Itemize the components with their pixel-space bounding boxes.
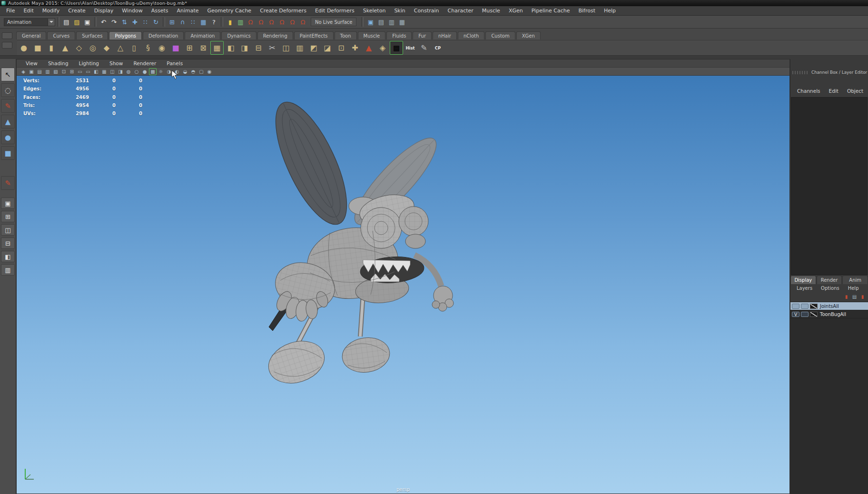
select-camera-icon[interactable]: ◈: [20, 68, 27, 75]
layer-display-type-box[interactable]: [801, 304, 809, 309]
snap-to-view-planes-icon[interactable]: ▦: [198, 17, 208, 27]
two-pane-stacked-layout-icon[interactable]: ⊟: [1, 237, 15, 249]
snap-magnet-curve-icon[interactable]: Ω: [256, 17, 266, 27]
field-chart-icon[interactable]: ▦: [100, 68, 108, 75]
menubar-item[interactable]: Bifrost: [574, 6, 600, 15]
two-pane-side-layout-icon[interactable]: ◫: [1, 224, 15, 236]
menubar-item[interactable]: Create: [64, 6, 90, 15]
four-pane-layout-icon[interactable]: ⊞: [1, 211, 15, 222]
uv-checker-icon[interactable]: ▩: [390, 41, 403, 55]
undo-icon[interactable]: ↶: [99, 17, 108, 27]
snap-to-curves-icon[interactable]: ∩: [178, 17, 187, 27]
wireframe-mode-icon[interactable]: ○: [133, 68, 140, 75]
fill-mode-icon[interactable]: ◍: [125, 68, 132, 75]
rotate-tool-icon[interactable]: ●: [1, 130, 15, 144]
gate-mask-icon[interactable]: ◧: [92, 68, 100, 75]
channel-box-menu-item[interactable]: Edit: [825, 88, 842, 94]
menubar-item[interactable]: Pipeline Cache: [527, 6, 574, 15]
poly-pipe-icon[interactable]: ▯: [128, 41, 141, 55]
panel-menu-item[interactable]: View: [20, 59, 43, 67]
menubar-item[interactable]: Skin: [390, 6, 409, 15]
safe-title-icon[interactable]: ◨: [117, 68, 124, 75]
isolate-select-icon[interactable]: ▢: [197, 68, 205, 75]
shaded-mode-icon[interactable]: ●: [141, 68, 148, 75]
poly-soccer-ball-icon[interactable]: ◉: [155, 41, 168, 55]
exposure-icon[interactable]: ◉: [206, 68, 213, 75]
shelf-tab-menu-icon[interactable]: [2, 32, 12, 39]
menubar-item[interactable]: Display: [90, 6, 118, 15]
layer-display-type-box[interactable]: [801, 312, 809, 317]
insert-edge-loop-icon[interactable]: ◫: [279, 41, 293, 55]
last-tool-paint-icon[interactable]: ✎: [1, 176, 15, 190]
poly-torus-icon[interactable]: ◎: [86, 41, 99, 55]
layer-visibility-checkbox[interactable]: [792, 304, 799, 309]
shelf-tab-muscle[interactable]: Muscle: [358, 31, 386, 40]
toon-bug-model[interactable]: [257, 96, 467, 405]
menubar-item[interactable]: Edit Deformers: [311, 6, 359, 15]
offset-edge-loop-icon[interactable]: ▥: [293, 41, 306, 55]
create-layer-from-selected-icon[interactable]: ▮: [859, 293, 866, 300]
menubar-item[interactable]: Create Deformers: [256, 6, 311, 15]
menu-set-chevron-down-icon[interactable]: [48, 18, 55, 26]
highlight-selection-mode-icon[interactable]: ↻: [151, 17, 161, 27]
shelf-tab-xgen[interactable]: XGen: [516, 31, 541, 40]
poly-cone-icon[interactable]: ▲: [59, 41, 72, 55]
hypergraph-persp-layout-icon[interactable]: ▥: [1, 264, 15, 276]
combine-icon[interactable]: ⊞: [183, 41, 196, 55]
shelf-tab-toon[interactable]: Toon: [335, 31, 357, 40]
extrude-icon[interactable]: ◧: [224, 41, 237, 55]
layer-row-toonbugall[interactable]: V ToonBugAll: [790, 310, 868, 318]
snap-magnet-point-icon[interactable]: Ω: [266, 17, 276, 27]
lock-camera-icon[interactable]: ▣: [28, 68, 35, 75]
shelf-tab-painteffects[interactable]: PaintEffects: [294, 31, 334, 40]
film-gate-icon[interactable]: ▭: [76, 68, 84, 75]
shelf-options-menu-icon[interactable]: [2, 42, 12, 49]
xray-icon[interactable]: ◓: [189, 68, 197, 75]
select-by-hierarchy-icon[interactable]: ⇅: [119, 17, 129, 27]
menubar-item[interactable]: Character: [444, 6, 478, 15]
panel-drag-handle-icon[interactable]: [792, 71, 809, 74]
layer-editor-menu-item[interactable]: Layers: [792, 286, 817, 291]
layer-editor-menu-item[interactable]: Help: [844, 286, 863, 291]
smooth-icon[interactable]: ▦: [210, 41, 224, 55]
open-scene-icon[interactable]: ▨: [72, 17, 82, 27]
menubar-item[interactable]: Help: [600, 6, 620, 15]
make-symmetric-icon[interactable]: ◈: [376, 41, 389, 55]
mirror-geometry-icon[interactable]: ◪: [321, 41, 334, 55]
snap-to-grids-icon[interactable]: ⊞: [167, 17, 177, 27]
menubar-item[interactable]: Constrain: [410, 6, 444, 15]
new-scene-icon[interactable]: ▤: [61, 17, 71, 27]
layer-tab-display[interactable]: Display: [790, 276, 816, 284]
poly-sphere-icon[interactable]: ●: [17, 41, 30, 55]
menubar-item[interactable]: Muscle: [478, 6, 504, 15]
sculpt-tool-icon[interactable]: ■: [169, 41, 182, 55]
poly-plane-icon[interactable]: ◇: [72, 41, 86, 55]
redo-icon[interactable]: ↷: [109, 17, 119, 27]
shelf-tab-polygons[interactable]: Polygons: [109, 31, 142, 40]
poly-cylinder-icon[interactable]: ▮: [45, 41, 58, 55]
snap-to-points-icon[interactable]: ∷: [188, 17, 198, 27]
safe-action-icon[interactable]: ◫: [108, 68, 116, 75]
panel-menu-item[interactable]: Panels: [161, 59, 188, 67]
motion-blur-icon[interactable]: ◒: [181, 68, 189, 75]
separate-icon[interactable]: ⊠: [197, 41, 210, 55]
image-plane-icon[interactable]: ▧: [52, 68, 59, 75]
layer-color-swatch[interactable]: [810, 312, 818, 317]
help-line-icon[interactable]: ?: [209, 17, 219, 27]
construction-history-icon[interactable]: Hist: [404, 41, 417, 55]
menubar-item[interactable]: Modify: [38, 6, 64, 15]
menubar-item[interactable]: XGen: [504, 6, 527, 15]
cp-icon[interactable]: CP: [431, 41, 444, 55]
render-settings-icon[interactable]: ▦: [397, 17, 407, 27]
render-current-frame-icon[interactable]: ▤: [376, 17, 386, 27]
layer-color-swatch[interactable]: [810, 304, 818, 309]
shelf-tab-fur[interactable]: Fur: [413, 31, 432, 40]
merge-vertices-icon[interactable]: ⊡: [335, 41, 348, 55]
lock-selection-icon[interactable]: ▮: [225, 17, 235, 27]
layer-tab-anim[interactable]: Anim: [842, 276, 868, 284]
layer-indicator-icon[interactable]: ▮: [843, 293, 850, 300]
shelf-tab-custom[interactable]: Custom: [485, 31, 515, 40]
resolution-gate-icon[interactable]: ▭: [84, 68, 92, 75]
pencil-tool-icon[interactable]: ✎: [417, 41, 431, 55]
bookmarks-icon[interactable]: ▥: [44, 68, 51, 75]
